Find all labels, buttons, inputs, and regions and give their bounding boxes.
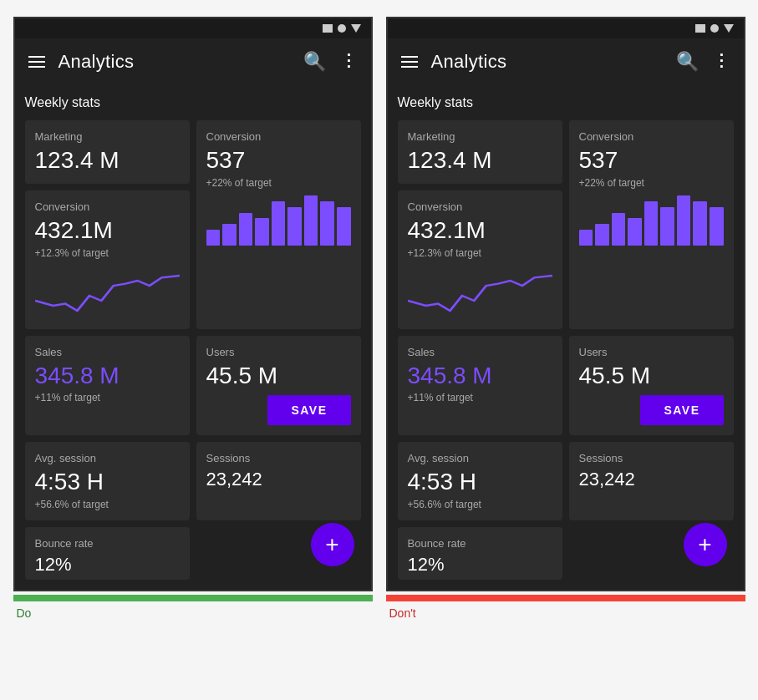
- card-sessions: Sessions 23,242: [569, 442, 734, 520]
- card-bounce-rate: Bounce rate 12%: [398, 527, 562, 580]
- bar-chart: [579, 195, 724, 246]
- app-title: Analytics: [431, 51, 663, 73]
- bar-segment: [304, 195, 318, 246]
- card-conversion-bar-target: +22% of target: [579, 177, 724, 189]
- card-avg-session-label: Avg. session: [408, 452, 552, 464]
- app-bar: Analytics 🔍 ︙: [388, 38, 744, 85]
- card-conversion-bar-value: 537: [579, 148, 724, 174]
- card-users: Users 45.5 M SAVE: [569, 336, 734, 436]
- bar-segment: [710, 207, 724, 246]
- app-title: Analytics: [59, 51, 290, 73]
- card-avg-session-target: +56.6% of target: [408, 499, 552, 510]
- card-avg-session-value: 4:53 H: [35, 469, 180, 495]
- status-bar: [388, 18, 744, 38]
- card-conversion-bar: Conversion 537 +22% of target: [569, 120, 734, 329]
- card-conversion-bar-target: +22% of target: [206, 177, 351, 189]
- phone-dont: Analytics 🔍 ︙ Weekly stats Marketing 123…: [386, 17, 745, 591]
- card-sessions-label: Sessions: [579, 452, 724, 464]
- indicator-bar-do: [13, 595, 373, 601]
- card-users-value: 45.5 M: [206, 363, 351, 389]
- bar-segment: [272, 201, 286, 246]
- phone-wrapper-do: Analytics 🔍 ︙ Weekly stats Marketing 123…: [13, 17, 373, 625]
- card-sales-value: 345.8 M: [35, 363, 180, 389]
- more-icon[interactable]: ︙: [712, 51, 730, 73]
- bar-segment: [644, 201, 659, 246]
- search-icon[interactable]: 🔍: [676, 51, 699, 73]
- card-conversion-bar-label: Conversion: [206, 130, 351, 143]
- label-text-dont: Don't: [389, 606, 416, 620]
- bar-segment: [337, 207, 351, 246]
- card-sales-value: 345.8 M: [408, 363, 552, 389]
- card-conversion-bar-label: Conversion: [579, 130, 724, 143]
- menu-icon[interactable]: [401, 56, 418, 68]
- card-marketing-label: Marketing: [35, 130, 180, 143]
- card-conversion-bar-value: 537: [206, 148, 351, 174]
- card-marketing: Marketing 123.4 M: [398, 120, 562, 184]
- comparison-container: Analytics 🔍 ︙ Weekly stats Marketing 123…: [13, 17, 745, 625]
- card-users-label: Users: [579, 346, 724, 358]
- card-avg-session-value: 4:53 H: [408, 469, 552, 495]
- indicator-bar-dont: [386, 595, 745, 601]
- wifi-icon: [724, 24, 734, 33]
- card-sessions-value: 23,242: [206, 469, 351, 489]
- wifi-icon: [351, 24, 361, 33]
- bar-segment: [206, 230, 221, 246]
- card-avg-session-target: +56.6% of target: [35, 499, 180, 510]
- card-marketing-label: Marketing: [408, 130, 552, 143]
- stats-grid: Marketing 123.4 M Conversion 537 +22% of…: [398, 120, 734, 580]
- card-users-label: Users: [206, 346, 351, 358]
- card-sales-label: Sales: [408, 346, 552, 358]
- section-title: Weekly stats: [398, 95, 734, 110]
- content-area: Weekly stats Marketing 123.4 M Conversio…: [15, 85, 371, 590]
- fab-button[interactable]: +: [311, 523, 354, 566]
- phone-wrapper-dont: Analytics 🔍 ︙ Weekly stats Marketing 123…: [386, 17, 745, 625]
- line-chart: [35, 266, 180, 316]
- status-bar: [15, 18, 371, 38]
- bar-segment: [222, 224, 237, 246]
- more-icon[interactable]: ︙: [339, 51, 358, 73]
- card-conversion-line-target: +12.3% of target: [408, 247, 552, 259]
- card-sessions-value: 23,242: [579, 469, 724, 489]
- card-marketing: Marketing 123.4 M: [25, 120, 190, 184]
- card-bounce-rate-value: 12%: [408, 555, 552, 575]
- card-avg-session: Avg. session 4:53 H +56.6% of target: [398, 442, 562, 520]
- menu-icon[interactable]: [28, 56, 45, 68]
- save-button[interactable]: SAVE: [640, 395, 723, 425]
- card-sales-target: +11% of target: [35, 392, 180, 403]
- bar-segment: [287, 207, 302, 246]
- search-icon[interactable]: 🔍: [303, 51, 326, 73]
- bar-segment: [255, 218, 269, 246]
- phone-do: Analytics 🔍 ︙ Weekly stats Marketing 123…: [13, 17, 373, 591]
- label-dont: Don't: [386, 601, 745, 625]
- label-do: Do: [13, 601, 373, 625]
- card-sales: Sales 345.8 M +11% of target: [25, 336, 190, 436]
- bar-chart: [206, 195, 351, 246]
- card-marketing-value: 123.4 M: [35, 148, 180, 174]
- card-conversion-line: Conversion 432.1M +12.3% of target: [25, 190, 190, 329]
- card-avg-session: Avg. session 4:53 H +56.6% of target: [25, 442, 190, 520]
- bar-segment: [320, 201, 334, 246]
- card-users-value: 45.5 M: [579, 363, 724, 389]
- card-bounce-rate-label: Bounce rate: [408, 537, 552, 550]
- card-conversion-line-label: Conversion: [35, 200, 180, 213]
- card-conversion-bar: Conversion 537 +22% of target: [196, 120, 361, 329]
- battery-icon: [323, 24, 333, 33]
- card-sales: Sales 345.8 M +11% of target: [398, 336, 562, 436]
- bar-segment: [628, 218, 642, 246]
- signal-icon: [710, 24, 719, 33]
- card-conversion-line-label: Conversion: [408, 200, 552, 213]
- save-button[interactable]: SAVE: [267, 395, 350, 425]
- bar-segment: [612, 213, 626, 246]
- card-conversion-line-value: 432.1M: [408, 218, 552, 244]
- signal-icon: [338, 24, 346, 33]
- label-text-do: Do: [17, 606, 32, 620]
- card-conversion-line-value: 432.1M: [35, 218, 180, 244]
- card-sales-label: Sales: [35, 346, 180, 358]
- bar-segment: [660, 207, 674, 246]
- bar-segment: [239, 213, 253, 246]
- content-area: Weekly stats Marketing 123.4 M Conversio…: [388, 85, 744, 590]
- bar-segment: [579, 230, 593, 246]
- card-avg-session-label: Avg. session: [35, 452, 180, 464]
- card-sessions-label: Sessions: [206, 452, 351, 464]
- fab-button[interactable]: +: [684, 523, 727, 566]
